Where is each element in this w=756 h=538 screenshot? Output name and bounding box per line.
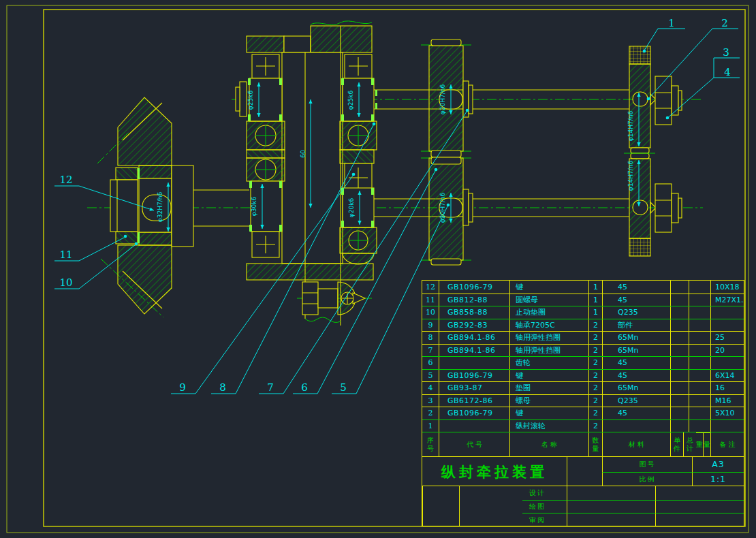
part-code: GB6172-86 [439, 395, 509, 407]
part-material: 65Mn [602, 382, 670, 394]
part-qty: 2 [588, 407, 602, 420]
unit-weight [670, 281, 689, 294]
table-row: 6 齿轮 2 45 [422, 356, 744, 369]
part-no: 5 [422, 370, 439, 382]
callout-7: 7 [267, 381, 274, 394]
part-material: 65Mn [602, 332, 670, 344]
part-name: 轴用弹性挡圈 [509, 332, 588, 344]
callout-3: 3 [723, 46, 729, 59]
part-remark: M16 [710, 395, 744, 407]
dimensions: φ25k6 φ25k6 60 φ20H7/n6 φ20H7/n6 φ30k6 φ… [157, 82, 639, 232]
knurled-section [629, 238, 650, 256]
part-code: GB93-87 [439, 382, 509, 394]
part-remark: 20 [710, 345, 744, 357]
header-total-sub: 量 [703, 432, 710, 456]
part-name: 纵封滚轮 [509, 420, 588, 432]
part-qty: 2 [588, 370, 602, 382]
header-weight: 单件 总计 重 量 [670, 432, 710, 456]
part-material: 45 [602, 370, 670, 382]
knurled-section [629, 46, 650, 64]
part-name: 齿轮 [509, 357, 588, 369]
part-qty: 2 [588, 345, 602, 357]
part-qty: 2 [588, 332, 602, 344]
part-no: 4 [422, 382, 439, 394]
part-no: 10 [422, 306, 439, 319]
part-remark: 25 [710, 332, 744, 344]
drawing-title: 纵封牵拉装置 [422, 457, 567, 486]
part-code: GB1096-79 [439, 281, 509, 294]
part-material: 45 [602, 407, 670, 420]
part-name: 键 [509, 281, 588, 294]
footer-cell-a [422, 486, 459, 526]
bearing-housing [236, 21, 377, 326]
part-code: GB1096-79 [439, 407, 509, 420]
bottom-bolt [302, 282, 365, 315]
part-qty: 2 [588, 357, 602, 369]
part-remark [710, 357, 744, 369]
part-no: 9 [422, 319, 439, 332]
end-nuts [655, 76, 682, 232]
part-remark: M27X1.5 [710, 294, 744, 306]
part-no: 7 [422, 345, 439, 357]
table-row: 5 GB1096-79 键 2 45 6X14 [422, 369, 744, 382]
table-row: 12 GB1096-79 键 1 45 10X18 [422, 281, 744, 294]
part-code: GB894.1-86 [439, 332, 509, 344]
part-code: GB858-88 [439, 306, 509, 319]
part-qty: 2 [588, 420, 602, 432]
callout-2: 2 [721, 17, 728, 29]
part-qty: 1 [588, 281, 602, 294]
cad-drawing-canvas: .y{stroke:#e6e600;fill:none;stroke-width… [0, 0, 756, 538]
part-remark [710, 319, 744, 332]
dim-roller-bore-top: φ14H7/n6 [627, 111, 634, 142]
callout-11: 11 [59, 249, 72, 261]
part-qty: 1 [588, 306, 602, 319]
right-bearing-column [340, 54, 377, 264]
header-code: 代 号 [439, 432, 509, 456]
header-unit-sub: 重 [696, 432, 703, 456]
dim-bevel-gear-bore: φ32H7/h6 [157, 192, 163, 223]
footer-cell-b [459, 486, 522, 526]
part-remark: 10X18 [710, 281, 744, 294]
part-material: 45 [602, 294, 670, 306]
part-no: 1 [422, 420, 439, 432]
part-no: 11 [422, 294, 439, 306]
draft-name-cell [567, 500, 655, 513]
part-material: 65Mn [602, 345, 670, 357]
table-row: 2 GB1096-79 键 2 45 5X10 [422, 407, 744, 420]
callout-10: 10 [59, 276, 72, 289]
part-code: GB812-88 [439, 294, 509, 306]
callout-1: 1 [668, 17, 675, 29]
header-unit: 单件 [671, 432, 683, 456]
drawing-no-value: A3 [692, 457, 744, 472]
dim-bottom-right-journal: φ20k6 [348, 198, 355, 218]
part-material [602, 420, 670, 432]
draft-date-cell [655, 500, 744, 513]
design-date-cell [655, 486, 744, 500]
table-row: 3 GB6172-86 螺母 2 Q235 M16 [422, 394, 744, 407]
dim-top-left-journal: φ25k6 [247, 91, 254, 110]
part-no: 12 [422, 281, 439, 294]
callout-8: 8 [219, 381, 226, 394]
header-name: 名 称 [509, 432, 588, 456]
table-row: 1 纵封滚轮 2 [422, 420, 744, 432]
part-qty: 1 [588, 294, 602, 306]
bom-header-row: 序号 代 号 名 称 数量 材 料 单件 总计 重 量 备 注 [422, 432, 744, 456]
part-no: 8 [422, 332, 439, 344]
part-name: 轴用弹性挡圈 [509, 345, 588, 357]
part-qty: 2 [588, 395, 602, 407]
seal-roller [624, 46, 656, 256]
gear-pair [421, 39, 473, 265]
part-remark: 6X14 [710, 370, 744, 382]
title-extra-cell [567, 457, 602, 486]
part-remark: 16 [710, 382, 744, 394]
shafts [374, 90, 629, 217]
part-code: GB292-83 [439, 319, 509, 332]
signature-block: 设计 绘图 审阅 [422, 486, 744, 526]
review-label: 审阅 [522, 513, 567, 526]
header-remark: 备 注 [710, 432, 744, 456]
total-weight [689, 281, 710, 294]
callout-9: 9 [179, 381, 186, 394]
table-row: 7 GB894.1-86 轴用弹性挡圈 2 65Mn 20 [422, 344, 744, 357]
part-name: 轴承7205C [509, 319, 588, 332]
part-material: Q235 [602, 395, 670, 407]
